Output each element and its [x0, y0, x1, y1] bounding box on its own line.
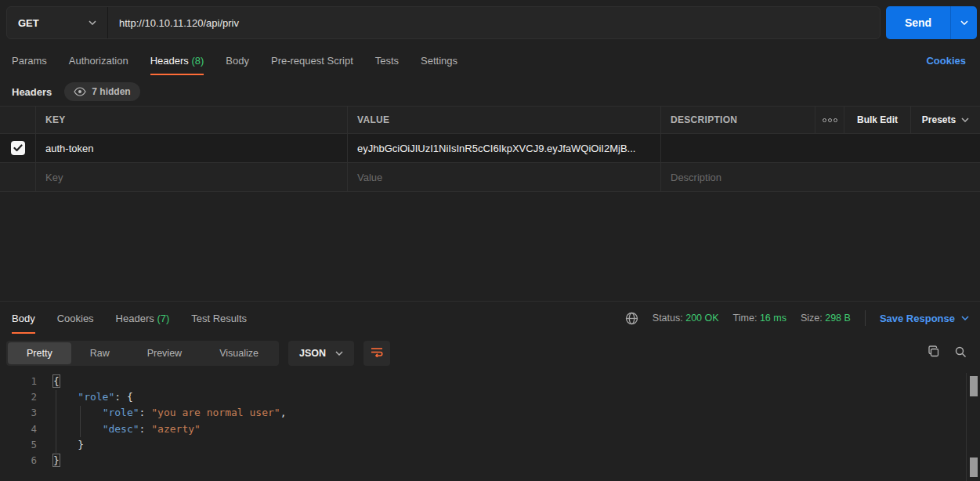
more-options-button[interactable] [815, 107, 844, 133]
row-checkbox-cell [0, 134, 35, 162]
view-mode-switcher: Pretty Raw Preview Visualize [6, 341, 279, 366]
hidden-headers-toggle[interactable]: 7 hidden [64, 82, 139, 101]
column-header-key: KEY [35, 107, 347, 133]
line-content: "desc": "azerty" [53, 423, 201, 435]
status-badge: Status: 200 OK [653, 313, 719, 324]
line-number: 1 [0, 375, 37, 387]
tab-authorization[interactable]: Authorization [69, 55, 128, 68]
line-number: 3 [0, 407, 37, 418]
line-content: "role": { [53, 391, 133, 403]
time-badge: Time: 16 ms [733, 313, 787, 324]
code-lines: 1{2 "role": {3 "role": "you are normal u… [0, 373, 966, 468]
response-tab-headers[interactable]: Headers (7) [116, 313, 170, 324]
bulk-edit-button[interactable]: Bulk Edit [844, 107, 910, 133]
search-icon [954, 345, 967, 361]
size-badge: Size: 298 B [801, 313, 851, 324]
indent-guide [80, 406, 81, 437]
response-tab-body[interactable]: Body [12, 313, 35, 324]
code-line: 2 "role": { [0, 389, 966, 404]
tab-params[interactable]: Params [12, 55, 47, 68]
indent-guide [56, 390, 56, 453]
line-content: { [53, 375, 60, 387]
line-content: } [53, 454, 60, 466]
postman-app: GET http://10.10.11.120/api/priv Send Pa… [0, 0, 980, 481]
response-section: Body Cookies Headers (7) Test Results St… [0, 301, 980, 481]
view-mode-visualize[interactable]: Visualize [201, 342, 277, 364]
line-number: 5 [0, 439, 37, 450]
chevron-down-icon [961, 118, 969, 122]
time-value: 16 ms [760, 313, 787, 324]
eye-icon [74, 87, 86, 96]
response-meta: Status: 200 OK Time: 16 ms Size: 298 B S… [625, 302, 969, 335]
tab-headers[interactable]: Headers (8) [150, 55, 204, 68]
chevron-down-icon [961, 316, 969, 320]
cookies-link[interactable]: Cookies [926, 55, 966, 67]
wrap-text-button[interactable] [363, 341, 390, 366]
view-mode-pretty[interactable]: Pretty [8, 342, 71, 364]
size-value: 298 B [825, 313, 851, 324]
headers-title: Headers [12, 86, 52, 98]
code-line: 1{ [0, 373, 966, 389]
presets-dropdown[interactable]: Presets [910, 107, 980, 133]
line-number: 4 [0, 423, 37, 435]
scrollbar-thumb[interactable] [970, 376, 978, 396]
header-value-cell[interactable]: eyJhbGciOiJIUzI1NiIsInR5cCI6IkpXVCJ9.eyJ… [347, 134, 660, 162]
request-tabs: Params Authorization Headers (8) Body Pr… [0, 47, 980, 75]
view-mode-raw[interactable]: Raw [71, 342, 128, 364]
chevron-down-icon [335, 351, 343, 356]
response-headers-count: (7) [157, 313, 169, 324]
divider [865, 310, 866, 326]
search-response-button[interactable] [947, 341, 974, 366]
response-body-editor[interactable]: 1{2 "role": {3 "role": "you are normal u… [0, 373, 966, 481]
response-tab-test-results[interactable]: Test Results [191, 313, 247, 324]
line-content: "role": "you are normal user", [53, 407, 286, 418]
column-header-description: DESCRIPTION [660, 107, 815, 133]
checkbox-checked[interactable] [11, 141, 25, 155]
header-description-cell[interactable] [660, 134, 980, 162]
copy-response-button[interactable] [920, 341, 947, 366]
headers-table: KEY VALUE DESCRIPTION Bulk Edit Presets … [0, 106, 980, 192]
line-number: 2 [0, 391, 37, 403]
method-label: GET [18, 17, 39, 29]
tab-body[interactable]: Body [226, 55, 249, 68]
tab-settings[interactable]: Settings [421, 55, 457, 68]
request-url-bar: GET http://10.10.11.120/api/priv [6, 6, 881, 39]
code-line: 4 "desc": "azerty" [0, 421, 966, 436]
key-input-placeholder[interactable]: Key [35, 163, 347, 191]
status-value: 200 OK [685, 313, 718, 324]
format-dropdown[interactable]: JSON [288, 341, 354, 366]
globe-icon[interactable] [625, 312, 638, 325]
headers-table-header: KEY VALUE DESCRIPTION Bulk Edit Presets [0, 106, 980, 134]
three-dots-icon [823, 118, 837, 122]
method-select[interactable]: GET [7, 7, 108, 38]
code-line: 6} [0, 452, 966, 468]
view-mode-preview[interactable]: Preview [128, 342, 201, 364]
tab-pre-request-script[interactable]: Pre-request Script [271, 55, 353, 68]
headers-count: (8) [191, 55, 204, 67]
chevron-down-icon [960, 20, 968, 25]
wrap-text-icon [371, 346, 383, 360]
description-input-placeholder[interactable]: Description [660, 163, 980, 191]
column-header-value: VALUE [347, 107, 660, 133]
scrollbar-thumb[interactable] [970, 457, 978, 477]
url-text: http://10.10.11.120/api/priv [119, 17, 239, 29]
url-input[interactable]: http://10.10.11.120/api/priv [108, 7, 880, 38]
code-line: 5 } [0, 436, 966, 452]
hidden-headers-label: 7 hidden [92, 86, 130, 97]
code-line: 3 "role": "you are normal user", [0, 405, 966, 421]
vertical-scrollbar[interactable] [966, 373, 980, 481]
tab-tests[interactable]: Tests [375, 55, 399, 68]
header-key-cell[interactable]: auth-token [35, 134, 347, 162]
send-button-label[interactable]: Send [886, 6, 950, 39]
send-options-button[interactable] [950, 6, 977, 39]
header-row-auth-token: auth-token eyJhbGciOiJIUzI1NiIsInR5cCI6I… [0, 134, 980, 163]
line-content: } [53, 439, 84, 450]
response-tab-cookies[interactable]: Cookies [57, 313, 94, 324]
value-input-placeholder[interactable]: Value [347, 163, 660, 191]
send-button[interactable]: Send [886, 6, 977, 39]
format-label: JSON [299, 348, 326, 359]
save-response-button[interactable]: Save Response [880, 313, 969, 324]
chevron-down-icon [89, 20, 96, 25]
headers-strip: Headers 7 hidden [0, 78, 980, 105]
line-number: 6 [0, 454, 37, 466]
